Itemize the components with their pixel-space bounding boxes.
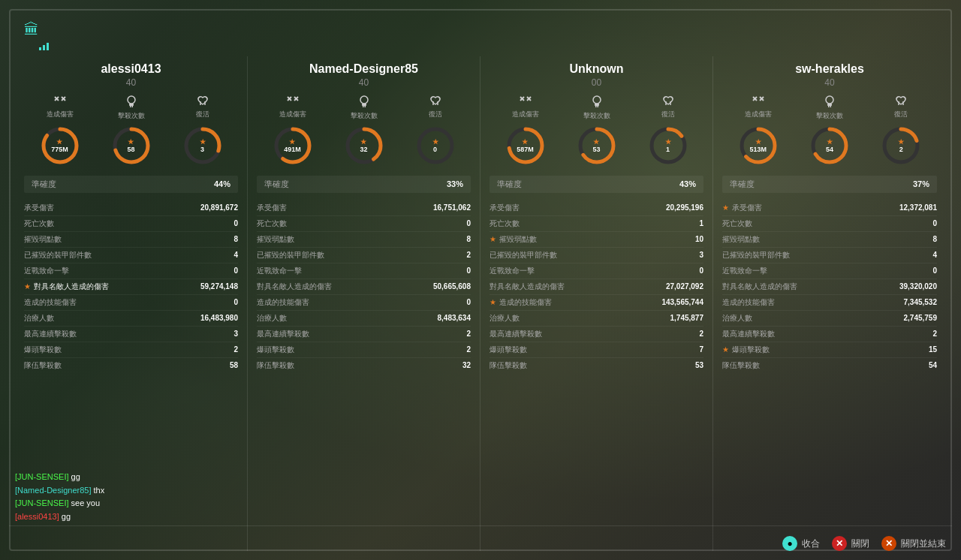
circle-chart-3-1: ★ 54 bbox=[810, 126, 849, 165]
map-title-row: 🏛 bbox=[24, 21, 937, 38]
circle-text-2-0: ★ 587M bbox=[517, 138, 534, 153]
svg-rect-7 bbox=[131, 106, 133, 107]
action-button-1[interactable]: ✕關閉 bbox=[832, 536, 869, 551]
stat-value-2-7: 1,745,877 bbox=[670, 314, 704, 322]
circle-2-0: ★ 587M bbox=[490, 126, 561, 165]
action-button-2[interactable]: ✕關閉並結束 bbox=[881, 536, 946, 551]
circle-3-0: ★ 513M bbox=[722, 126, 794, 165]
stat-value-1-8: 2 bbox=[466, 330, 471, 338]
circle-chart-1-0: ★ 491M bbox=[273, 126, 312, 165]
stat-name-1-2: 摧毀弱點數 bbox=[257, 234, 294, 245]
circle-1-0: ★ 491M bbox=[257, 126, 328, 165]
accuracy-value-1: 33% bbox=[447, 179, 463, 188]
stat-name-0-8: 最高連續擊殺數 bbox=[24, 329, 77, 339]
stat-name-1-4: 近戰致命一擊 bbox=[257, 266, 302, 276]
stat-name-1-3: 已摧毀的裝甲部件數 bbox=[257, 250, 324, 260]
stat-row: ★承受傷害12,372,081 bbox=[722, 200, 937, 216]
stat-value-2-1: 1 bbox=[699, 219, 703, 227]
stat-value-0-9: 2 bbox=[233, 345, 238, 354]
circle-text-0-1: ★ 58 bbox=[127, 138, 134, 153]
bottom-bar: ●收合✕關閉✕關閉並結束 bbox=[782, 536, 946, 551]
stat-name-0-4: 近戰致命一擊 bbox=[24, 266, 69, 276]
stat-value-1-1: 0 bbox=[466, 219, 471, 227]
stat-row: 治療人數1,745,877 bbox=[490, 311, 703, 327]
stat-name-1-8: 最高連續擊殺數 bbox=[257, 329, 309, 339]
stat-icon-2-2 bbox=[662, 95, 674, 109]
accuracy-row-1: 準確度33% bbox=[257, 176, 471, 193]
chat-name: [Named-Designer85] bbox=[15, 486, 92, 495]
action-button-icon-2: ✕ bbox=[881, 536, 896, 551]
stat-row: 死亡次數0 bbox=[257, 216, 471, 232]
stat-name-2-5: 對具名敵人造成的傷害 bbox=[490, 282, 565, 292]
stat-name-3-10: 隊伍擊殺數 bbox=[722, 360, 760, 371]
stat-value-0-5: 59,274,148 bbox=[200, 282, 238, 291]
circle-text-2-2: ★ 1 bbox=[665, 138, 671, 153]
circles-row-3: ★ 513M ★ 54 bbox=[722, 123, 937, 168]
stat-icon-item-3-0: 造成傷害 bbox=[722, 95, 794, 120]
stat-name-1-6: 造成的技能傷害 bbox=[257, 297, 309, 308]
stat-name-0-7: 治療人數 bbox=[24, 313, 54, 324]
action-button-label-2: 關閉並結束 bbox=[901, 537, 946, 550]
stat-name-3-5: 對具名敵人造成的傷害 bbox=[722, 282, 797, 292]
stat-icon-item-1-0: 造成傷害 bbox=[257, 95, 328, 120]
svg-point-14 bbox=[360, 96, 368, 104]
stat-row: 承受傷害16,751,062 bbox=[257, 200, 471, 216]
stat-row: 治療人數8,483,634 bbox=[257, 311, 471, 327]
stat-row: 爆頭擊殺數2 bbox=[24, 342, 238, 358]
stat-row: 對具名敵人造成的傷害50,665,608 bbox=[257, 279, 471, 295]
chat-name: [alessi0413] bbox=[15, 512, 59, 521]
player-name-0: alessi0413 bbox=[24, 62, 238, 76]
meta-row bbox=[27, 43, 937, 50]
stat-value-2-9: 7 bbox=[699, 345, 703, 354]
stat-icon-1-2 bbox=[429, 95, 441, 109]
stat-row: 隊伍擊殺數53 bbox=[490, 358, 703, 373]
stat-name-3-1: 死亡次數 bbox=[722, 218, 752, 229]
stat-name-2-6: ★造成的技能傷害 bbox=[490, 297, 552, 308]
stat-row: 最高連續擊殺數2 bbox=[490, 327, 703, 342]
stat-row: 已摧毀的裝甲部件數3 bbox=[490, 248, 703, 263]
stat-row: ★爆頭擊殺數15 bbox=[722, 342, 937, 358]
stat-name-2-0: 承受傷害 bbox=[490, 203, 520, 213]
stat-icon-label-2-2: 復活 bbox=[661, 110, 675, 119]
stat-row: 治療人數2,745,759 bbox=[722, 311, 937, 327]
player-level-3: 40 bbox=[722, 77, 937, 88]
player-name-1: Named-Designer85 bbox=[257, 62, 471, 76]
stat-row: 造成的技能傷害0 bbox=[257, 295, 471, 311]
stat-row: 死亡次數1 bbox=[490, 216, 703, 232]
stat-row: 近戰致命一擊0 bbox=[490, 263, 703, 279]
stat-value-0-8: 3 bbox=[233, 330, 238, 338]
stat-icon-2-0 bbox=[519, 95, 532, 109]
circle-text-1-0: ★ 491M bbox=[284, 138, 301, 153]
stat-name-2-10: 隊伍擊殺數 bbox=[490, 360, 527, 371]
stat-row: 已摧毀的裝甲部件數4 bbox=[24, 248, 238, 263]
stat-icon-1-0 bbox=[286, 95, 300, 109]
chat-message: [JUN-SENSEI] see you bbox=[15, 498, 225, 509]
stat-value-0-6: 0 bbox=[233, 298, 238, 306]
stat-value-3-9: 15 bbox=[929, 345, 937, 354]
circle-text-0-2: ★ 3 bbox=[200, 138, 206, 153]
stat-row: 摧毀弱點數8 bbox=[257, 232, 471, 248]
stat-row: 摧毀弱點數8 bbox=[24, 232, 238, 248]
stat-icon-label-0-1: 擊殺次數 bbox=[118, 112, 145, 120]
stat-value-1-0: 16,751,062 bbox=[433, 203, 471, 212]
stat-name-3-7: 治療人數 bbox=[722, 313, 752, 324]
accuracy-label-2: 準確度 bbox=[497, 179, 522, 190]
chat-message: [alessi0413] gg bbox=[15, 511, 225, 522]
diff-bar-3 bbox=[47, 43, 49, 50]
circle-2-2: ★ 1 bbox=[632, 126, 703, 165]
stat-icon-label-3-0: 造成傷害 bbox=[745, 110, 772, 119]
stat-value-3-5: 39,320,020 bbox=[899, 282, 937, 291]
stat-name-3-2: 摧毀弱點數 bbox=[722, 234, 760, 245]
accuracy-label-0: 準確度 bbox=[32, 179, 56, 190]
stat-value-0-0: 20,891,672 bbox=[200, 203, 238, 212]
svg-rect-26 bbox=[595, 106, 597, 107]
stats-icons-row-2: 造成傷害擊殺次數復活 bbox=[490, 95, 703, 120]
chat-message: [JUN-SENSEI] gg bbox=[15, 471, 225, 483]
action-button-0[interactable]: ●收合 bbox=[782, 536, 820, 551]
player-level-1: 40 bbox=[257, 77, 471, 88]
map-icon: 🏛 bbox=[24, 21, 39, 38]
stat-icon-label-1-2: 復活 bbox=[429, 110, 442, 119]
chat-panel: [JUN-SENSEI] gg[Named-Designer85] thx[JU… bbox=[15, 471, 225, 522]
circle-text-2-1: ★ 53 bbox=[592, 138, 600, 153]
action-button-label-1: 關閉 bbox=[851, 537, 869, 550]
